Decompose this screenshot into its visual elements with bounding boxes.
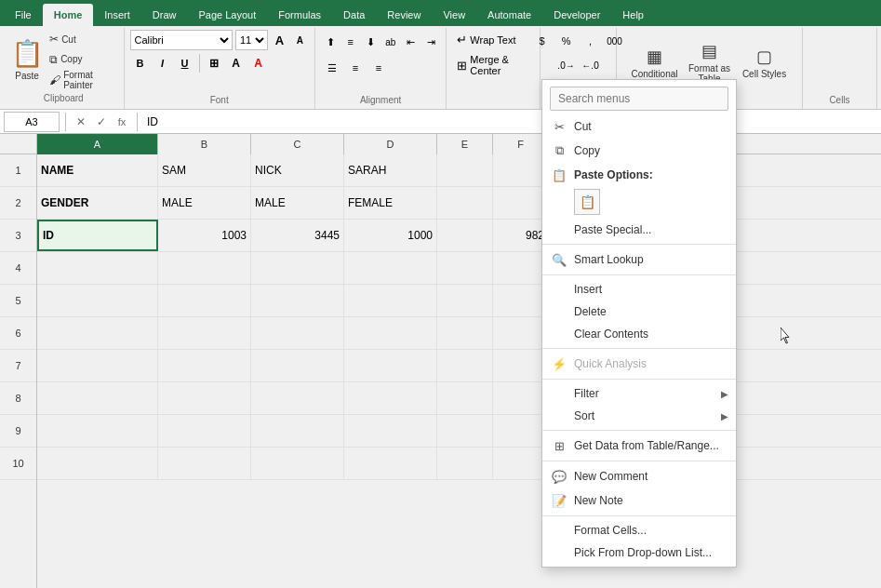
tab-page-layout[interactable]: Page Layout xyxy=(187,4,267,26)
cell-styles-button[interactable]: ▢ Cell Styles xyxy=(739,33,790,92)
col-header-f[interactable]: F xyxy=(493,134,549,154)
cell-c2[interactable]: MALE xyxy=(251,187,344,219)
font-size-select[interactable]: 11 xyxy=(235,30,268,50)
cell-e1[interactable] xyxy=(437,154,493,186)
spreadsheet: A B C D E F G 1 2 3 4 5 6 7 8 9 10 xyxy=(0,134,881,588)
cell-d2[interactable]: FEMALE xyxy=(344,187,437,219)
context-menu-cut[interactable]: ✂ Cut xyxy=(542,114,736,139)
paste-button[interactable]: 📋 Paste xyxy=(9,30,45,89)
tab-home[interactable]: Home xyxy=(43,4,94,26)
tab-automate[interactable]: Automate xyxy=(476,4,542,26)
context-menu-filter[interactable]: Filter xyxy=(542,382,736,405)
separator-3 xyxy=(542,348,736,349)
increase-decimal-button[interactable]: .0→ xyxy=(555,54,578,76)
copy-button[interactable]: ⧉ Copy xyxy=(45,50,117,69)
cell-d3[interactable]: 1000 xyxy=(344,220,437,251)
align-right-button[interactable]: ≡ xyxy=(367,57,390,79)
cell-b2[interactable]: MALE xyxy=(158,187,251,219)
format-painter-button[interactable]: 🖌 Format Painter xyxy=(45,71,117,89)
cancel-formula-button[interactable]: ✕ xyxy=(72,113,90,131)
context-menu-sort[interactable]: Sort xyxy=(542,405,736,427)
align-center-button[interactable]: ≡ xyxy=(344,57,367,79)
tab-file[interactable]: File xyxy=(4,4,43,26)
context-menu-format-cells[interactable]: Format Cells... xyxy=(542,519,736,541)
insert-function-button[interactable]: fx xyxy=(113,113,131,131)
confirm-formula-button[interactable]: ✓ xyxy=(92,113,111,131)
indent-decrease-button[interactable]: ⇤ xyxy=(401,31,420,53)
context-menu-pick-dropdown[interactable]: Pick From Drop-down List... xyxy=(542,541,736,564)
context-menu-search-input[interactable] xyxy=(550,87,728,111)
increase-font-size-button[interactable]: A xyxy=(271,30,288,50)
col-header-b[interactable]: B xyxy=(158,134,251,154)
cell-c4[interactable] xyxy=(251,252,344,284)
name-box[interactable] xyxy=(4,112,60,132)
cell-b3[interactable]: 1003 xyxy=(158,220,251,251)
paste-option-default[interactable]: 📋 xyxy=(574,189,600,215)
row-numbers: 1 2 3 4 5 6 7 8 9 10 xyxy=(0,154,37,588)
align-bottom-button[interactable]: ⬇ xyxy=(361,31,380,53)
context-menu-copy[interactable]: ⧉ Copy xyxy=(542,139,736,163)
currency-button[interactable]: $ xyxy=(531,30,554,52)
cell-f3[interactable]: 982 xyxy=(493,220,549,251)
cell-d1[interactable]: SARAH xyxy=(344,154,437,186)
cell-f1[interactable] xyxy=(493,154,549,186)
cell-e2[interactable] xyxy=(437,187,493,219)
tab-help[interactable]: Help xyxy=(611,4,655,26)
cell-c1[interactable]: NICK xyxy=(251,154,344,186)
cell-f2[interactable] xyxy=(493,187,549,219)
wrap-text-button[interactable]: ↵ Wrap Text xyxy=(452,30,520,49)
tab-formulas[interactable]: Formulas xyxy=(267,4,332,26)
decrease-decimal-button[interactable]: ←.0 xyxy=(580,54,602,76)
cell-b1[interactable]: SAM xyxy=(158,154,251,186)
border-button[interactable]: ⊞ xyxy=(204,53,224,74)
percent-button[interactable]: % xyxy=(555,30,578,52)
context-menu-smart-lookup[interactable]: 🔍 Smart Lookup xyxy=(542,247,736,272)
align-left-button[interactable]: ☰ xyxy=(321,57,343,79)
decrease-font-size-button[interactable]: A xyxy=(291,30,309,50)
tab-data[interactable]: Data xyxy=(332,4,376,26)
context-menu-delete[interactable]: Delete xyxy=(542,301,736,323)
tab-developer[interactable]: Developer xyxy=(542,4,611,26)
clipboard-small-buttons: ✂ Cut ⧉ Copy 🖌 Format Painter xyxy=(45,30,117,89)
cell-a3[interactable]: ID xyxy=(37,220,158,251)
cell-a4[interactable] xyxy=(37,252,158,284)
bold-button[interactable]: B xyxy=(130,53,151,74)
formula-input[interactable] xyxy=(143,112,877,132)
col-header-a[interactable]: A xyxy=(37,134,158,154)
tab-draw[interactable]: Draw xyxy=(141,4,188,26)
tab-insert[interactable]: Insert xyxy=(93,4,141,26)
fill-color-button[interactable]: A xyxy=(226,53,247,74)
scissors-icon: ✂ xyxy=(49,33,59,46)
italic-button[interactable]: I xyxy=(153,53,173,74)
format-table-icon: ▤ xyxy=(701,41,717,61)
cell-a2[interactable]: GENDER xyxy=(37,187,158,219)
context-menu-new-note[interactable]: 📝 New Note xyxy=(542,488,736,513)
context-menu-clear-contents[interactable]: Clear Contents xyxy=(542,323,736,345)
tab-review[interactable]: Review xyxy=(376,4,432,26)
cell-a1[interactable]: NAME xyxy=(37,154,158,186)
tab-view[interactable]: View xyxy=(432,4,476,26)
col-header-c[interactable]: C xyxy=(251,134,344,154)
cell-c3[interactable]: 3445 xyxy=(251,220,344,251)
table-row xyxy=(37,317,881,350)
col-header-d[interactable]: D xyxy=(344,134,437,154)
merge-center-button[interactable]: ⊞ Merge & Center xyxy=(452,51,534,79)
comma-button[interactable]: , xyxy=(580,30,602,52)
indent-increase-button[interactable]: ⇥ xyxy=(421,31,441,53)
row-num-8: 8 xyxy=(0,382,36,415)
align-top-button[interactable]: ⬆ xyxy=(321,31,340,53)
align-middle-button[interactable]: ≡ xyxy=(340,31,360,53)
cell-b4[interactable] xyxy=(158,252,251,284)
cell-e3[interactable] xyxy=(437,220,493,251)
context-menu-insert[interactable]: Insert xyxy=(542,278,736,301)
font-name-select[interactable]: Calibri xyxy=(130,30,233,50)
col-header-e[interactable]: E xyxy=(437,134,493,154)
font-color-button[interactable]: A xyxy=(248,53,269,74)
context-menu-get-data[interactable]: ⊞ Get Data from Table/Range... xyxy=(542,434,736,458)
orientation-button[interactable]: ab xyxy=(381,31,401,53)
cut-button[interactable]: ✂ Cut xyxy=(45,30,117,48)
cell-d4[interactable] xyxy=(344,252,437,284)
underline-button[interactable]: U xyxy=(175,53,195,74)
context-menu-new-comment[interactable]: 💬 New Comment xyxy=(542,464,736,488)
context-menu-paste-special[interactable]: Paste Special... xyxy=(542,219,736,241)
